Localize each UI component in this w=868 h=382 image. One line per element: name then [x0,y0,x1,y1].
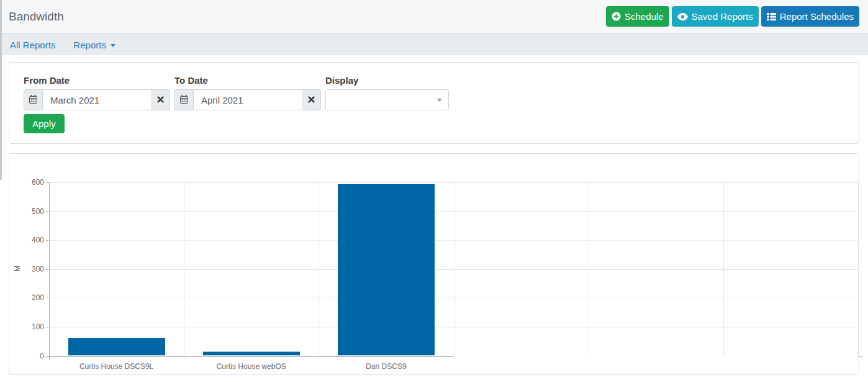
report-schedules-button[interactable]: Report Schedules [761,6,859,27]
gridline [319,182,319,360]
y-axis-title: M [13,265,22,272]
bar-chart: 0100200300400500600Curtis House DSCS9LCu… [9,154,859,374]
from-date-calendar-button[interactable] [24,89,43,110]
eye-icon [677,13,688,20]
calendar-icon [180,95,188,105]
y-tick-label: 400 [18,236,44,244]
page-title: Bandwidth [9,10,64,24]
y-tick-label: 0 [18,352,44,360]
y-tick-label: 200 [18,293,44,302]
page-header: Bandwidth Schedule Saved Reports [0,0,868,33]
gridline [858,182,859,356]
x-axis-line [49,356,454,357]
to-date-label: To Date [174,75,321,86]
category-label: Dan DSCS9 [319,362,453,371]
schedule-button[interactable]: Schedule [606,6,669,27]
from-date-label: From Date [24,75,170,86]
caret-down-icon [111,44,115,47]
y-tick-label: 500 [18,207,44,216]
from-date-input[interactable] [43,89,151,110]
calendar-icon [29,95,37,105]
gridline [184,182,184,360]
to-date-clear-button[interactable] [302,89,321,110]
y-tick-label: 600 [18,178,44,187]
chevron-down-icon [437,99,442,102]
gridline [454,182,454,360]
display-select[interactable] [325,89,449,110]
apply-button[interactable]: Apply [24,114,65,133]
left-scrollbar-thumb[interactable] [0,0,2,180]
reports-nav: All Reports Reports [0,33,868,55]
filter-row: From Date [24,75,844,110]
chart-card: 0100200300400500600Curtis House DSCS9LCu… [9,153,859,375]
header-actions: Schedule Saved Reports Report Schedules [606,6,859,27]
nav-all-reports-link[interactable]: All Reports [10,40,55,50]
gridline [589,182,589,356]
display-label: Display [325,75,449,86]
from-date-field: From Date [24,75,170,110]
chart-bar[interactable] [203,352,300,356]
schedule-button-label: Schedule [625,11,664,22]
to-date-input[interactable] [194,89,302,110]
to-date-input-group [174,89,321,110]
saved-reports-button[interactable]: Saved Reports [672,6,759,27]
filter-panel: From Date [9,62,859,144]
saved-reports-button-label: Saved Reports [692,11,753,22]
nav-reports-label: Reports [73,40,106,50]
x-icon [308,96,315,105]
y-axis [49,182,50,360]
gridline [723,182,724,356]
nav-all-reports-label: All Reports [10,40,55,50]
category-label: Curtis House DSCS9L [49,362,184,371]
from-date-clear-button[interactable] [151,89,170,110]
nav-reports-dropdown[interactable]: Reports [73,40,115,50]
right-axis-tick [858,356,863,357]
category-label: Curtis House webOS [184,362,319,371]
y-tick-label: 300 [18,265,44,273]
list-icon [767,13,776,20]
y-tick-label: 100 [18,322,44,331]
content-area: From Date [0,55,868,375]
from-date-input-group [24,89,170,110]
plus-circle-icon [612,12,621,21]
to-date-calendar-button[interactable] [174,89,194,110]
chart-bar[interactable] [68,338,165,355]
report-schedules-button-label: Report Schedules [780,11,854,22]
x-icon [157,96,164,105]
display-field: Display [325,75,449,110]
chart-bar[interactable] [338,184,435,355]
to-date-field: To Date [174,75,321,110]
